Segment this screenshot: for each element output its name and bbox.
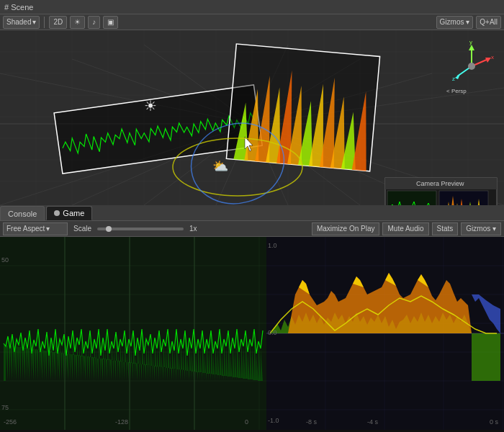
stats-button[interactable]: Stats bbox=[432, 222, 459, 235]
svg-text:1.0: 1.0 bbox=[268, 242, 277, 249]
scale-value: 1x bbox=[189, 225, 197, 233]
svg-text:z: z bbox=[452, 76, 455, 82]
all-dropdown[interactable]: Q+All bbox=[476, 16, 501, 29]
right-chart: 1.0 0.0 -1.0 -8 s -4 s 0 s bbox=[266, 237, 504, 430]
svg-text:-4 s: -4 s bbox=[367, 418, 379, 426]
speaker-button[interactable]: ♪ bbox=[88, 16, 100, 29]
right-chart-svg: 1.0 0.0 -1.0 -8 s -4 s 0 s bbox=[266, 237, 504, 430]
svg-text:0.0: 0.0 bbox=[268, 329, 277, 336]
svg-text:☀: ☀ bbox=[144, 98, 157, 114]
left-chart: 50 75 -256 -128 0 bbox=[0, 237, 266, 430]
svg-text:75: 75 bbox=[1, 404, 9, 411]
svg-rect-60 bbox=[439, 191, 488, 205]
toolbar-separator-1 bbox=[44, 17, 45, 28]
layers-button[interactable]: ▣ bbox=[103, 16, 118, 29]
svg-text:50: 50 bbox=[1, 256, 9, 264]
svg-text:< Persp: < Persp bbox=[446, 88, 467, 94]
svg-text:y: y bbox=[469, 39, 472, 45]
scale-thumb bbox=[106, 226, 112, 232]
svg-text:0: 0 bbox=[245, 418, 248, 426]
aspect-dropdown[interactable]: Free Aspect ▾ bbox=[3, 222, 68, 235]
svg-text:0 s: 0 s bbox=[490, 418, 499, 426]
tab-game[interactable]: Game bbox=[46, 206, 92, 220]
2d-button[interactable]: 2D bbox=[49, 16, 67, 29]
tab-game-dot bbox=[54, 210, 60, 216]
gizmos-game-button[interactable]: Gizmos ▾ bbox=[461, 222, 501, 235]
sun-button[interactable]: ☀ bbox=[70, 16, 85, 29]
tab-console-label: Console bbox=[8, 210, 37, 218]
tab-bar: Console Game bbox=[0, 205, 504, 221]
tab-game-label: Game bbox=[63, 209, 84, 217]
left-chart-svg: 50 75 -256 -128 0 bbox=[0, 237, 266, 430]
tab-console[interactable]: Console bbox=[0, 206, 45, 220]
scale-label: Scale bbox=[73, 225, 91, 233]
aspect-label: Free Aspect bbox=[6, 225, 45, 233]
svg-text:-1.0: -1.0 bbox=[268, 417, 279, 424]
svg-text:x: x bbox=[491, 54, 494, 60]
scene-title: # Scene bbox=[4, 3, 33, 12]
svg-rect-59 bbox=[387, 191, 436, 205]
scale-slider[interactable] bbox=[97, 228, 184, 230]
svg-text:-256: -256 bbox=[4, 418, 17, 426]
game-toolbar: Free Aspect ▾ Scale 1x Maximize On Play … bbox=[0, 221, 504, 237]
scene-toolbar: Shaded ▾ 2D ☀ ♪ ▣ Gizmos ▾ Q+All bbox=[0, 14, 504, 30]
scene-svg: ☀ ⛅ Camera Preview bbox=[0, 30, 504, 205]
shading-dropdown[interactable]: Shaded ▾ bbox=[3, 16, 40, 29]
main-container: # Scene Shaded ▾ 2D ☀ ♪ ▣ Gizmos ▾ Q+All bbox=[0, 0, 504, 432]
bottom-section: Console Game Free Aspect ▾ Scale 1x Maxi… bbox=[0, 205, 504, 432]
svg-text:-8 s: -8 s bbox=[306, 418, 318, 426]
gizmos-dropdown[interactable]: Gizmos ▾ bbox=[436, 16, 474, 29]
scene-panel: # Scene Shaded ▾ 2D ☀ ♪ ▣ Gizmos ▾ Q+All bbox=[0, 0, 504, 205]
svg-text:Camera Preview: Camera Preview bbox=[416, 180, 464, 187]
mute-audio-button[interactable]: Mute Audio bbox=[382, 222, 428, 235]
svg-text:-128: -128 bbox=[115, 418, 128, 426]
svg-text:⛅: ⛅ bbox=[212, 158, 229, 174]
svg-point-80 bbox=[468, 63, 475, 70]
scene-title-bar: # Scene bbox=[0, 0, 504, 14]
maximize-on-play-button[interactable]: Maximize On Play bbox=[312, 222, 380, 235]
scene-viewport: ☀ ⛅ Camera Preview bbox=[0, 30, 504, 205]
charts-area: 50 75 -256 -128 0 bbox=[0, 237, 504, 432]
